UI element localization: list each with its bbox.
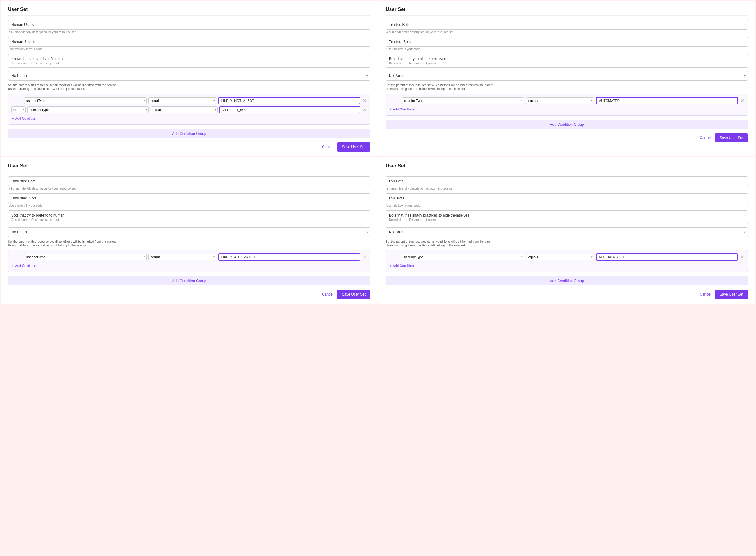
op-select[interactable]: equals [148,254,217,260]
add-condition-button[interactable]: + Add Condition [389,106,415,112]
op-select[interactable]: equals [526,97,594,104]
op-select[interactable]: equals [526,254,594,260]
condition-row: user.botType ▾ equals ▾ ✕ [389,97,745,104]
add-condition-button[interactable]: + Add Condition [11,263,37,269]
description-field-group: Bots that tries shady practices to hide … [386,210,748,224]
field-select-wrapper: user.botType ▾ [24,97,147,104]
cancel-button[interactable]: Cancel [700,136,711,140]
parent-label: Resource set parent [409,62,437,65]
condition-row: or and ▾ user.botType ▾ equals ▾ [11,106,367,113]
key-input[interactable] [386,37,748,47]
or-select[interactable]: or and [11,106,26,113]
parent-label: Resource set parent [409,218,437,221]
parent-select[interactable]: No Parent [386,71,748,80]
card-untrusted-bots: User Set a human-friendly description fo… [1,157,378,304]
add-condition-group-button[interactable]: Add Condition Group [8,276,370,285]
description-labels: Description Resource set parent [11,62,367,65]
field-select-wrapper: user.botType ▾ [402,97,524,104]
description-text: Bots that not try to hide themselves [389,57,745,61]
parent-select[interactable]: No Parent [386,227,748,237]
add-condition-group-button[interactable]: Add Condition Group [386,120,748,129]
conditions-info: Set the parent of this resource set all … [8,240,370,247]
add-condition-label: Add Condition [15,116,36,120]
value-input[interactable] [596,97,738,104]
name-hint: a human-friendly description for your re… [386,31,748,34]
name-field-group: a human-friendly description for your re… [8,176,370,190]
field-select[interactable]: user.botType [28,106,149,113]
key-input[interactable] [8,37,370,47]
op-select-wrapper: equals ▾ [151,106,218,113]
condition-group: user.botType ▾ equals ▾ ✕ + Add Conditio… [8,250,370,272]
name-input[interactable] [386,176,748,186]
cancel-button[interactable]: Cancel [322,145,333,149]
description-labels: Description Resource set parent [11,218,367,221]
remove-condition-button[interactable]: ✕ [362,98,367,103]
value-input[interactable] [596,253,738,261]
save-button[interactable]: Save User Set [715,290,748,299]
info-line2: Users matching these conditions will bel… [386,244,748,247]
add-condition-button[interactable]: + Add Condition [389,263,415,269]
plus-icon: + [12,264,14,268]
description-text: Known humans and verified bots [11,57,367,61]
card-trusted-bots: User Set a human-friendly description fo… [378,1,755,157]
name-input[interactable] [8,20,370,30]
description-field-group: Bots that try to pretend to human Descri… [8,210,370,224]
field-select-wrapper: user.botType ▾ [402,254,524,260]
key-input[interactable] [386,194,748,203]
description-label: Description [11,218,27,221]
op-select-wrapper: equals ▾ [148,97,217,104]
remove-condition-button[interactable]: ✕ [362,255,367,259]
add-condition-group-button[interactable]: Add Condition Group [8,129,370,138]
parent-select-wrapper: No Parent ▾ [8,227,370,237]
save-button[interactable]: Save User Set [337,290,370,299]
info-line2: Users matching these conditions will bel… [386,87,748,91]
op-select-wrapper: equals ▾ [526,254,594,260]
cancel-button[interactable]: Cancel [700,292,711,297]
name-input[interactable] [386,20,748,30]
field-select[interactable]: user.botType [24,97,147,104]
key-hint: Use this key in your code. [386,47,748,51]
remove-condition-button[interactable]: ✕ [740,255,745,259]
value-input[interactable] [218,97,360,104]
card-title: User Set [8,163,370,172]
name-input[interactable] [8,176,370,186]
parent-label: Resource set parent [31,62,59,65]
op-select[interactable]: equals [151,106,218,113]
card-title: User Set [386,163,748,172]
add-condition-label: Add Condition [393,107,414,111]
parent-field-group: No Parent ▾ [386,71,748,80]
field-select[interactable]: user.botType [402,254,524,260]
description-labels: Description Resource set parent [389,218,745,221]
op-select[interactable]: equals [148,97,217,104]
remove-condition-button[interactable]: ✕ [362,107,367,112]
name-field-group: a human-friendly description for your re… [386,176,748,190]
field-select[interactable]: user.botType [402,97,524,104]
key-input[interactable] [8,194,370,203]
card-footer: Cancel Save User Set [386,290,748,299]
save-button[interactable]: Save User Set [337,142,370,151]
info-line2: Users matching these conditions will bel… [8,244,370,247]
info-line1: Set the parent of this resource set all … [8,240,370,243]
conditions-info: Set the parent of this resource set all … [386,83,748,91]
cancel-button[interactable]: Cancel [322,292,333,297]
field-select[interactable]: user.botType [24,254,147,260]
conditions-info: Set the parent of this resource set all … [8,83,370,91]
parent-select[interactable]: No Parent [8,71,370,80]
description-label: Description [389,62,404,65]
info-line1: Set the parent of this resource set all … [386,240,748,243]
value-input[interactable] [218,253,360,261]
parent-label: Resource set parent [31,218,59,221]
parent-select[interactable]: No Parent [8,227,370,237]
description-text: Bots that try to pretend to human [11,213,367,217]
add-condition-button[interactable]: + Add Condition [11,115,37,121]
add-condition-group-button[interactable]: Add Condition Group [386,276,748,285]
parent-field-group: No Parent ▾ [386,227,748,237]
name-field-group: a human-friendly description for your re… [386,20,748,34]
condition-row: user.botType ▾ equals ▾ ✕ [11,97,367,104]
key-field-group: Use this key in your code. [386,194,748,207]
save-button[interactable]: Save User Set [715,133,748,142]
plus-icon: + [389,264,391,268]
value-input[interactable] [220,106,360,113]
remove-condition-button[interactable]: ✕ [740,98,745,103]
add-condition-label: Add Condition [393,264,414,268]
